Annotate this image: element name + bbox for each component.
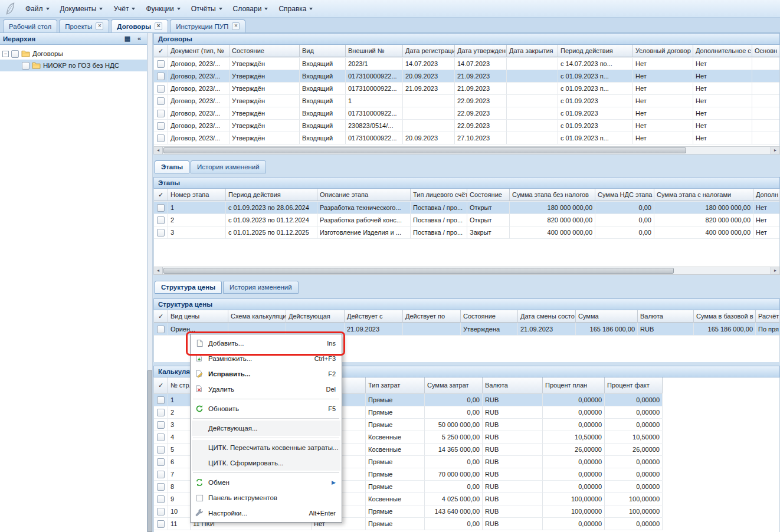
column-header[interactable]: Дополн [753,189,780,201]
row-checkbox[interactable] [157,97,165,105]
column-header[interactable]: Период действия [226,189,317,201]
column-header[interactable]: Сумма НДС этапа [595,189,654,201]
column-header[interactable]: Дополнительное с [693,45,752,57]
menubar-item[interactable]: Документы [55,2,109,15]
context-menu-item[interactable]: Размножить...Ctrl+F3 [192,351,340,366]
scroll-left-icon[interactable]: ◂ [154,267,163,274]
column-header[interactable]: Основн [752,45,780,57]
column-header[interactable]: Состояние [230,45,300,57]
contracts-horizontal-scrollbar[interactable]: ◂ ▸ [153,146,780,155]
row-checkbox[interactable] [157,396,165,404]
context-menu-item[interactable]: Добавить...Ins [192,336,340,351]
column-header[interactable]: Состояние [461,310,518,323]
row-checkbox[interactable] [157,483,165,491]
column-header[interactable]: Дата регистрации [403,45,455,57]
document-tab[interactable]: Договоры× [111,19,168,32]
context-menu-item[interactable]: ЦИТК. Пересчитать косвенные затраты... [192,440,340,455]
column-header[interactable]: Расчёт [756,310,780,323]
column-header[interactable]: Схема калькуляци [228,310,286,323]
column-header[interactable]: Сумма в базовой в [694,310,756,323]
column-header[interactable]: Сумма этапа с налогами [654,189,753,201]
row-checkbox[interactable] [157,134,165,142]
vertical-scrollbar[interactable] [148,33,153,532]
menubar-item[interactable]: Файл [20,2,55,15]
row-checkbox[interactable] [157,216,165,224]
tree-checkbox[interactable] [22,62,30,70]
table-row[interactable]: Договор, 2023/...УтверждёнВходящий017310… [154,107,780,120]
tab[interactable]: Этапы [155,160,189,173]
column-header[interactable]: Дата утверждения [455,45,507,57]
row-checkbox[interactable] [157,204,165,212]
tree-item[interactable]: НИОКР по ГОЗ без НДС [0,60,147,71]
row-checkbox[interactable] [157,326,165,333]
column-header[interactable]: № стр... [168,377,191,393]
tree-checkbox[interactable] [11,50,19,58]
document-tab[interactable]: Рабочий стол [3,19,57,32]
menubar-item[interactable]: Учёт [108,2,140,15]
scroll-left-icon[interactable]: ◂ [154,147,163,154]
column-header[interactable]: Вид [300,45,346,57]
context-menu-item[interactable]: Настройки...Alt+Enter [192,505,340,521]
table-row[interactable]: 2с 01.09.2023 по 01.12.2024Разработка ра… [154,214,780,226]
tree-item[interactable]: −Договоры [0,48,147,60]
document-tab[interactable]: Инструкции ПУП× [170,19,245,32]
menubar-item[interactable]: Отчёты [186,2,228,15]
column-header[interactable]: Валюта [483,377,543,393]
row-checkbox[interactable] [157,458,165,466]
menubar-item[interactable]: Справка [273,2,318,15]
row-checkbox[interactable] [157,434,165,441]
scrollbar-track[interactable] [163,267,771,274]
column-header[interactable]: Сумма этапа без налогов [510,189,595,201]
column-header[interactable]: Состояние [467,189,510,201]
stages-horizontal-scrollbar[interactable]: ◂ ▸ [153,267,780,275]
column-header[interactable]: Сумма затрат [425,377,483,393]
scrollbar-thumb[interactable] [163,268,674,274]
context-menu-item[interactable]: Исправить...F2 [192,366,340,382]
row-checkbox[interactable] [157,110,165,117]
scroll-right-icon[interactable]: ▸ [771,147,779,154]
table-row[interactable]: Договор, 2023/...УтверждёнВходящий122.09… [154,95,780,107]
column-header[interactable]: Вид цены [168,310,228,323]
table-row[interactable]: Договор, 2023/...УтверждёнВходящий017310… [154,132,780,145]
context-menu-item[interactable]: УдалитьDel [192,382,340,397]
select-all-header[interactable]: ✓ [154,310,168,323]
column-header[interactable]: Документ (тип, № [168,45,230,57]
row-checkbox[interactable] [157,73,165,80]
row-checkbox[interactable] [157,471,165,478]
close-tab-icon[interactable]: × [96,22,103,30]
document-tab[interactable]: Проекты× [59,19,109,32]
column-header[interactable]: Описание этапа [317,189,411,201]
column-header[interactable]: Действует с [345,310,403,323]
context-menu-item[interactable]: Действующая... [192,421,340,436]
context-menu-item[interactable]: Обмен▶ [192,475,340,490]
row-checkbox[interactable] [157,520,165,528]
scroll-right-icon[interactable]: ▸ [771,267,779,274]
table-row[interactable]: 1с 01.09.2023 по 28.06.2024Разработка те… [154,202,780,214]
context-menu-item[interactable]: Панель инструментов [192,490,340,505]
select-all-header[interactable]: ✓ [154,377,168,393]
table-row[interactable]: Договор, 2023/...УтверждёнВходящий2023/1… [154,58,780,70]
column-header[interactable]: Дата закрытия [507,45,558,57]
column-header[interactable]: Условный договор [633,45,693,57]
scrollbar-track[interactable] [163,147,771,154]
column-header[interactable]: Действует по [403,310,461,323]
column-header[interactable]: Тип затрат [366,377,425,393]
select-all-header[interactable]: ✓ [154,189,168,201]
row-checkbox[interactable] [157,60,165,68]
row-checkbox[interactable] [157,508,165,515]
row-checkbox[interactable] [157,421,165,429]
context-menu-item[interactable]: ОбновитьF5 [192,401,340,416]
row-checkbox[interactable] [157,122,165,130]
collapse-panel-icon[interactable]: « [135,35,144,42]
vertical-scrollbar-thumb[interactable] [148,370,152,532]
context-menu-item[interactable]: ЦИТК. Сформировать... [192,455,340,471]
row-checkbox[interactable] [157,495,165,503]
column-header[interactable]: Процент план [543,377,605,393]
column-header[interactable]: Номер этапа [168,189,226,201]
table-row[interactable]: Договор, 2023/...УтверждёнВходящий230823… [154,120,780,132]
tab[interactable]: Структура цены [155,281,222,294]
tab[interactable]: История изменений [223,281,299,294]
row-checkbox[interactable] [157,85,165,93]
column-header[interactable]: Процент факт [605,377,663,393]
scrollbar-thumb[interactable] [163,147,686,153]
